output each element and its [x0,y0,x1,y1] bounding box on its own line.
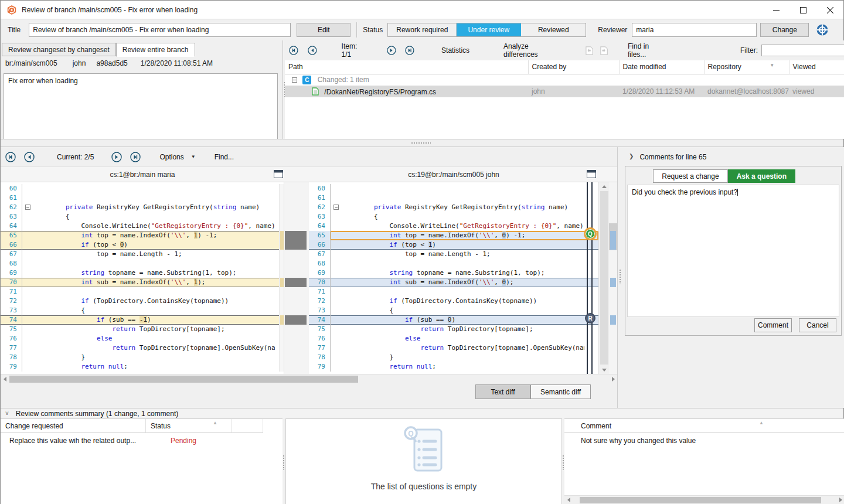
code-line-right-76[interactable]: 76 else [309,334,598,343]
tab-review-changeset-by-changeset[interactable]: Review changeset by changeset [2,43,116,56]
status-reviewed-button[interactable]: Reviewed [521,23,586,36]
code-line-left-73[interactable]: 73 { [1,306,284,315]
code-line-right-75[interactable]: 75 return TopDirectory[topname]; [309,325,598,334]
column-date-modified[interactable]: Date modified [619,60,704,74]
rework-comment-badge[interactable]: R [585,313,595,323]
code-line-right-61[interactable]: 61 [309,193,598,203]
analyze-differences-button[interactable]: Analyze differences [503,42,557,59]
code-line-right-65[interactable]: 65 int top = name.IndexOf('\\', 0) -1; [309,231,598,240]
code-line-left-69[interactable]: 69 string topname = name.Substring(1, to… [1,268,284,278]
previous-item-icon[interactable] [308,45,317,56]
next-diff-icon[interactable] [111,152,122,162]
find-in-files-button[interactable]: Find in files... [628,42,664,59]
status-rework-required-button[interactable]: Rework required [388,23,457,36]
code-line-right-72[interactable]: 72 if (TopDirectory.ContainsKey(topname)… [309,297,598,306]
code-line-left-62[interactable]: 62 private RegistryKey GetRegistoryEntry… [1,203,284,212]
file-row[interactable]: /DokanNet/RegistoryFS/Program.cs john 1/… [285,86,844,97]
scroll-left-icon[interactable] [1,374,9,384]
code-line-left-78[interactable]: 78 } [1,353,284,362]
code-line-left-76[interactable]: 76 else [1,334,284,343]
previous-difference-icon[interactable] [586,46,593,56]
ask-a-question-button[interactable]: Ask a question [728,169,795,183]
find-button[interactable]: Find... [215,153,234,161]
change-status-cell[interactable]: Pending [171,437,196,445]
code-line-right-73[interactable]: 73 { [309,306,598,315]
semantic-diff-button[interactable]: Semantic diff [530,384,591,399]
previous-diff-icon[interactable] [24,152,35,162]
code-line-right-68[interactable]: 68 [309,259,598,268]
code-line-right-63[interactable]: 63 { [309,212,598,222]
code-line-left-77[interactable]: 77 return TopDirectory[topname].OpenSubK… [1,343,284,353]
comment-cell[interactable]: Not sure why you changed this value [581,437,696,445]
fold-margin[interactable] [22,203,35,212]
diff-horizontal-scrollbar[interactable] [1,374,617,383]
column-repository[interactable]: Repository▾ [704,60,789,74]
filter-input[interactable] [761,45,844,56]
horizontal-scroll-thumb[interactable] [580,497,821,503]
cancel-button[interactable]: Cancel [799,318,836,332]
scroll-down-icon[interactable] [599,366,609,374]
column-change-requested[interactable]: Change requested [1,419,146,433]
edit-button[interactable]: Edit [297,23,350,37]
code-line-left-75[interactable]: 75 return TopDirectory[topname]; [1,325,284,334]
vertical-splitter-comments[interactable] [617,147,622,408]
code-line-left-61[interactable]: 61 [1,193,284,203]
code-line-left-65[interactable]: 65 int top = name.IndexOf('\\', 1) -1; [1,231,284,240]
summary-collapse-chevron-icon[interactable]: ˅ [5,410,9,417]
status-under-review-button[interactable]: Under review [457,23,521,36]
code-line-right-78[interactable]: 78 } [309,353,598,362]
scroll-right-icon[interactable] [836,496,844,504]
maximize-left-pane-icon[interactable] [274,170,283,178]
code-line-right-79[interactable]: 79 return null; [309,362,598,372]
change-requested-cell[interactable]: Replace this value wih the related outp.… [9,437,143,445]
comment-textarea[interactable]: Did you check the previous input? [627,185,839,317]
code-line-left-71[interactable]: 71 [1,287,284,297]
code-line-right-74[interactable]: 74 if (sub == 0) [309,315,598,325]
code-line-right-67[interactable]: 67 top = name.Length - 1; [309,250,598,259]
tab-review-entire-branch[interactable]: Review entire branch [116,43,195,57]
text-diff-button[interactable]: Text diff [475,384,530,399]
code-line-left-68[interactable]: 68 [1,259,284,268]
question-comment-badge[interactable]: Q [584,227,597,240]
code-line-right-69[interactable]: 69 string topname = name.Substring(1, to… [309,268,598,278]
fold-margin[interactable] [330,203,343,212]
maximize-right-pane-icon[interactable] [587,170,596,178]
column-status[interactable]: Status▲ [146,419,232,433]
branch-comment-box[interactable]: Fix error when loading [4,73,278,140]
minimize-button[interactable] [763,1,789,19]
code-line-left-67[interactable]: 67 top = name.Length - 1; [1,250,284,259]
scroll-up-icon[interactable] [599,182,609,190]
column-created-by[interactable]: Created by [528,60,619,74]
code-line-right-66[interactable]: 66 if (top < 1) [309,240,598,250]
first-item-icon[interactable] [289,45,298,56]
reviewer-input[interactable] [632,23,757,37]
next-item-icon[interactable] [387,45,396,56]
column-path[interactable]: Path [285,60,528,74]
last-diff-icon[interactable] [130,152,141,162]
close-button[interactable] [816,1,843,19]
vertical-scroll-thumb[interactable] [600,191,608,365]
collapse-expander-icon[interactable] [292,77,297,83]
changed-group-row[interactable]: C Changed: 1 item [285,74,844,86]
horizontal-splitter[interactable] [1,139,843,147]
review-title-input[interactable] [29,23,291,37]
summary-header[interactable]: ˅ Review comments summary (1 change, 1 c… [1,408,843,418]
fold-collapse-icon[interactable] [25,205,30,210]
horizontal-scroll-thumb[interactable] [9,376,358,383]
code-line-right-70[interactable]: 70 int sub = name.IndexOf('\\', 0); [309,278,598,287]
next-difference-icon[interactable] [600,46,608,56]
code-line-right-64[interactable]: 64 Console.WriteLine("GetRegistoryEntry … [309,222,598,231]
code-line-right-60[interactable]: 60 [309,184,598,193]
code-line-left-63[interactable]: 63 { [1,212,284,222]
statistics-button[interactable]: Statistics [441,46,469,55]
fold-collapse-icon[interactable] [333,205,339,210]
code-line-left-79[interactable]: 79 return null; [1,362,284,372]
first-diff-icon[interactable] [5,152,16,162]
comment-button[interactable]: Comment [754,318,792,332]
vertical-scrollbar[interactable] [598,182,609,374]
last-item-icon[interactable] [405,45,414,56]
request-a-change-button[interactable]: Request a change [653,169,727,183]
code-line-left-74[interactable]: 74 if (sub == -1) [1,315,284,325]
code-line-left-66[interactable]: 66 if (top < 0) [1,240,284,250]
column-comment[interactable]: Comment▲ [564,419,844,433]
